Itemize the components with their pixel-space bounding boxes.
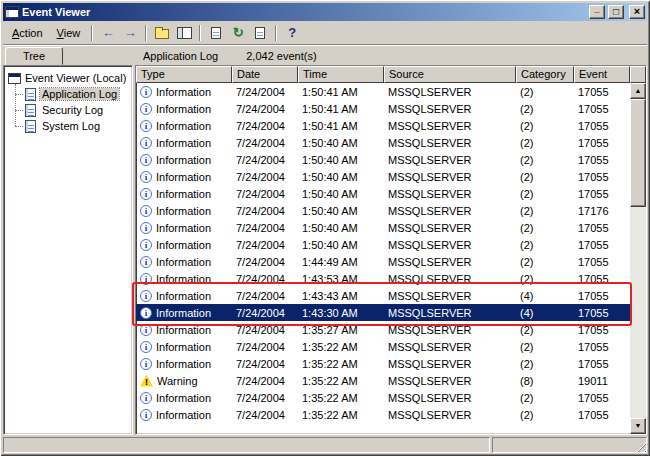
event-row[interactable]: Information 7/24/2004 1:50:40 AM MSSQLSE… [136,168,630,185]
status-bar [3,437,647,453]
event-type: Information [156,222,211,234]
event-category: (2) [516,120,574,132]
column-header-category[interactable]: Category [516,66,574,83]
event-source: MSSQLSERVER [384,256,516,268]
information-icon [140,154,152,166]
event-row[interactable]: Information 7/24/2004 1:50:40 AM MSSQLSE… [136,134,630,151]
information-icon [140,188,152,200]
forward-icon [124,25,137,40]
event-time: 1:50:40 AM [298,239,384,251]
event-time: 1:50:40 AM [298,154,384,166]
minimize-button[interactable] [589,5,605,19]
column-header-filler [630,66,646,83]
column-header-event[interactable]: Event [574,66,630,83]
event-source: MSSQLSERVER [384,341,516,353]
event-row[interactable]: Information 7/24/2004 1:50:40 AM MSSQLSE… [136,151,630,168]
event-row[interactable]: Information 7/24/2004 1:50:41 AM MSSQLSE… [136,83,630,100]
event-type: Information [156,273,211,285]
event-source: MSSQLSERVER [384,188,516,200]
help-button[interactable] [281,23,303,43]
event-date: 7/24/2004 [232,256,298,268]
event-row[interactable]: Information 7/24/2004 1:50:40 AM MSSQLSE… [136,185,630,202]
event-date: 7/24/2004 [232,324,298,336]
tab-tree[interactable]: Tree [5,47,63,65]
event-time: 1:44:49 AM [298,256,384,268]
event-category: (4) [516,307,574,319]
event-category: (2) [516,205,574,217]
event-category: (2) [516,103,574,115]
event-row[interactable]: Information 7/24/2004 1:50:41 AM MSSQLSE… [136,117,630,134]
event-row[interactable]: Information 7/24/2004 1:35:22 AM MSSQLSE… [136,389,630,406]
event-row[interactable]: Information 7/24/2004 1:35:22 AM MSSQLSE… [136,338,630,355]
event-category: (2) [516,154,574,166]
event-id: 17055 [574,324,630,336]
scrollbar-thumb[interactable] [630,99,646,207]
event-row[interactable]: Information 7/24/2004 1:43:43 AM MSSQLSE… [136,287,630,304]
close-button[interactable] [629,5,645,19]
event-source: MSSQLSERVER [384,307,516,319]
information-icon [140,137,152,149]
information-icon [140,205,152,217]
tree-root-event-viewer-local[interactable]: Event Viewer (Local) [6,70,130,86]
help-icon [288,25,296,40]
tree-item-system-log[interactable]: System Log [15,118,130,134]
tree-item-security-log[interactable]: Security Log [15,102,130,118]
titlebar[interactable]: Event Viewer [3,3,647,21]
event-type: Information [156,239,211,251]
column-header-date[interactable]: Date [232,66,298,83]
event-row[interactable]: Warning 7/24/2004 1:35:22 AM MSSQLSERVER… [136,372,630,389]
event-category: (2) [516,273,574,285]
event-source: MSSQLSERVER [384,103,516,115]
column-header-type[interactable]: Type [136,66,232,83]
up-one-level-button[interactable] [151,23,173,43]
event-row[interactable]: Information 7/24/2004 1:50:40 AM MSSQLSE… [136,202,630,219]
information-icon [140,392,152,404]
event-category: (4) [516,290,574,302]
event-source: MSSQLSERVER [384,358,516,370]
back-button[interactable] [97,23,119,43]
scroll-down-button[interactable] [630,418,646,434]
menu-action[interactable]: Action [5,24,50,42]
event-source: MSSQLSERVER [384,154,516,166]
event-type: Information [156,86,211,98]
event-date: 7/24/2004 [232,239,298,251]
event-list-panel: Type Date Time Source Category Event Inf… [135,65,647,435]
status-pane-secondary [492,437,647,453]
forward-button[interactable] [119,23,141,43]
event-id: 19011 [574,375,630,387]
event-row[interactable]: Information 7/24/2004 1:35:22 AM MSSQLSE… [136,406,630,423]
event-row[interactable]: Information 7/24/2004 1:35:22 AM MSSQLSE… [136,355,630,372]
event-category: (2) [516,86,574,98]
event-row[interactable]: Information 7/24/2004 1:43:30 AM MSSQLSE… [136,304,630,321]
tree-item-application-log[interactable]: Application Log [15,86,130,102]
tree-item-label: System Log [40,120,102,132]
event-row[interactable]: Information 7/24/2004 1:44:49 AM MSSQLSE… [136,253,630,270]
column-header-time[interactable]: Time [298,66,384,83]
event-row[interactable]: Information 7/24/2004 1:50:40 AM MSSQLSE… [136,236,630,253]
vertical-scrollbar[interactable] [630,83,646,434]
export-list-button[interactable] [249,23,271,43]
event-date: 7/24/2004 [232,273,298,285]
scroll-up-button[interactable] [630,83,646,99]
event-viewer-app-icon [5,6,19,18]
resize-grip[interactable] [634,440,646,452]
list-caption: Application Log 2,042 event(s) [133,50,647,65]
event-type: Information [156,103,211,115]
event-time: 1:35:22 AM [298,392,384,404]
event-time: 1:43:53 AM [298,273,384,285]
refresh-button[interactable] [227,23,249,43]
menu-view[interactable]: View [50,24,88,42]
event-source: MSSQLSERVER [384,375,516,387]
event-row[interactable]: Information 7/24/2004 1:50:40 AM MSSQLSE… [136,219,630,236]
maximize-button[interactable] [608,5,624,19]
column-header-source[interactable]: Source [384,66,516,83]
event-row[interactable]: Information 7/24/2004 1:50:41 AM MSSQLSE… [136,100,630,117]
event-date: 7/24/2004 [232,205,298,217]
log-icon [25,88,36,101]
scrollbar-track[interactable] [630,207,646,418]
event-id: 17176 [574,205,630,217]
properties-button[interactable] [205,23,227,43]
event-row[interactable]: Information 7/24/2004 1:35:27 AM MSSQLSE… [136,321,630,338]
show-hide-tree-button[interactable] [173,23,195,43]
event-row[interactable]: Information 7/24/2004 1:43:53 AM MSSQLSE… [136,270,630,287]
